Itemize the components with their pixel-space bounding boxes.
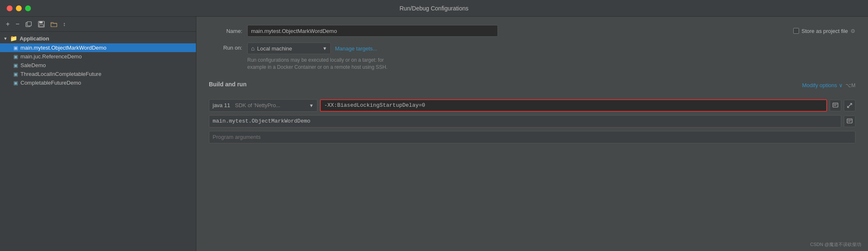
sdk-label: java 11 [213,102,230,108]
svg-rect-10 [847,119,852,123]
watermark: CSDN @魔道不误砍柴功 [810,241,861,248]
list-item[interactable]: ▣ ThreadLocalInCompletableFuture [0,70,196,78]
item-label: main.mytest.ObjectMarkWordDemo [20,45,107,51]
program-args-row [209,131,855,143]
chevron-down-icon: ▼ [309,103,314,108]
run-on-label: Run on: [209,43,242,51]
list-item[interactable]: ▣ main.juc.ReferenceDemo [0,52,196,61]
store-as-project-checkbox[interactable] [793,28,799,34]
item-label: ThreadLocalInCompletableFuture [20,71,102,77]
tree-root-application[interactable]: ▼ 📁 Application [0,33,196,43]
tree-root-label: Application [20,35,49,42]
list-item[interactable]: ▣ SaleDemo [0,61,196,70]
local-machine-label: Local machine [257,45,292,52]
window-controls [7,5,31,11]
chevron-down-icon: ▼ [322,46,327,51]
main-class-editor-button[interactable] [844,115,855,127]
maximize-button[interactable] [25,5,31,11]
copy-config-button[interactable] [24,20,34,28]
list-item[interactable]: ▣ CompletableFutureDemo [0,78,196,87]
modify-options-label: Modify options [802,82,837,88]
svg-rect-3 [39,21,43,23]
main-class-input[interactable] [209,115,841,128]
config-icon: ▣ [13,80,18,86]
name-label: Name: [209,28,242,34]
application-folder-icon: 📁 [10,35,17,42]
manage-targets-link[interactable]: Manage targets... [335,45,377,52]
config-icon: ▣ [13,63,18,68]
run-on-controls: ⌂ Local machine ▼ Manage targets... [247,43,388,54]
window-title: Run/Debug Configurations [400,5,469,12]
sort-button[interactable]: ↕ [61,20,68,28]
local-machine-dropdown[interactable]: ⌂ Local machine ▼ [247,43,331,54]
program-args-input[interactable] [209,131,855,143]
add-config-button[interactable]: + [4,20,11,29]
run-on-row: Run on: ⌂ Local machine ▼ Manage targets… [209,43,855,71]
svg-line-8 [848,105,850,108]
run-on-right: ⌂ Local machine ▼ Manage targets... Run … [247,43,388,71]
config-icon: ▣ [13,54,18,60]
list-item[interactable]: ▣ main.mytest.ObjectMarkWordDemo [0,43,196,52]
chevron-down-icon: ∨ [839,82,843,88]
item-label: CompletableFutureDemo [20,80,81,86]
expand-button[interactable] [844,100,855,111]
build-row: java 11 SDK of 'NettyPro... ▼ [209,99,855,112]
svg-rect-1 [27,22,31,26]
chevron-down-icon: ▼ [3,36,8,41]
config-icon: ▣ [13,45,18,51]
close-button[interactable] [7,5,13,11]
item-label: SaleDemo [20,62,46,68]
section-title: Build and run [209,81,246,88]
item-label: main.juc.ReferenceDemo [20,53,82,60]
vm-options-input[interactable] [320,99,827,112]
main-container: + − ↕ [0,17,868,251]
tree-area: ▼ 📁 Application ▣ main.mytest.ObjectMark… [0,32,196,251]
save-config-button[interactable] [36,20,46,28]
run-hint: Run configurations may be executed local… [247,57,388,71]
open-in-editor-button[interactable] [830,100,841,111]
toolbar: + − ↕ [0,17,196,32]
minimize-button[interactable] [16,5,22,11]
main-class-row [209,115,855,128]
svg-line-9 [850,103,852,105]
remove-config-button[interactable]: − [14,20,21,29]
left-panel: + − ↕ [0,17,196,251]
svg-rect-4 [39,25,43,27]
title-bar: Run/Debug Configurations [0,0,868,17]
modify-options-button[interactable]: Modify options ∨ [802,82,843,88]
store-as-project-label: Store as project file [802,28,848,34]
name-input[interactable] [247,25,498,37]
right-panel: Name: Store as project file ⚙ Run on: ⌂ … [196,17,868,251]
home-icon: ⌂ [251,45,254,52]
sdk-muted: SDK of 'NettyPro... [235,102,281,108]
config-icon: ▣ [13,71,18,77]
modify-options-shortcut: ⌥M [845,83,855,88]
folder-button[interactable] [49,20,59,28]
gear-icon[interactable]: ⚙ [850,28,855,34]
svg-rect-5 [833,103,838,107]
section-header: Build and run Modify options ∨ ⌥M [209,78,855,93]
sdk-dropdown[interactable]: java 11 SDK of 'NettyPro... ▼ [209,99,317,112]
